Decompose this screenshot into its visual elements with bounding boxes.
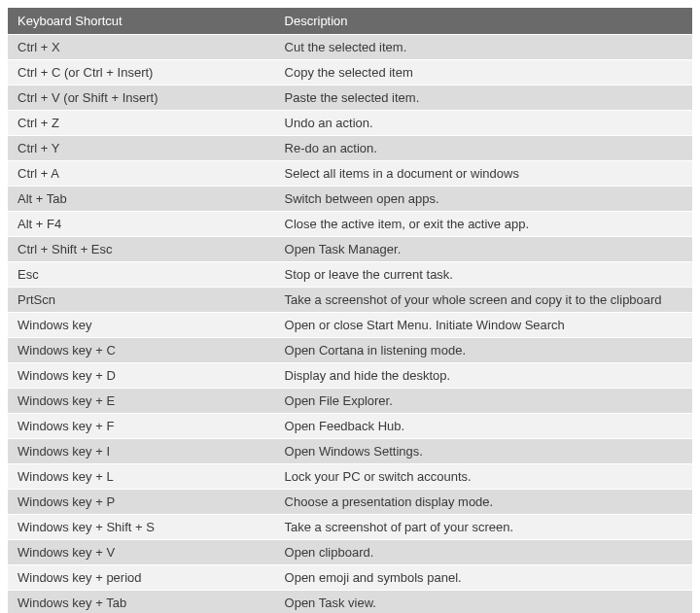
cell-shortcut: Esc (8, 262, 275, 288)
cell-shortcut: Ctrl + X (8, 35, 275, 60)
cell-shortcut: Windows key + V (8, 540, 275, 565)
cell-description: Take a screenshot of part of your screen… (275, 515, 692, 540)
cell-description: Open clipboard. (275, 540, 692, 565)
cell-shortcut: Windows key + E (8, 389, 275, 414)
cell-description: Open Windows Settings. (275, 439, 692, 464)
cell-description: Take a screenshot of your whole screen a… (275, 288, 692, 313)
cell-description: Open Feedback Hub. (275, 414, 692, 439)
table-row: Windows key + PChoose a presentation dis… (8, 490, 692, 515)
cell-shortcut: Alt + Tab (8, 187, 275, 212)
cell-description: Switch between open apps. (275, 187, 692, 212)
cell-description: Copy the selected item (275, 60, 692, 85)
cell-shortcut: Windows key + C (8, 338, 275, 363)
cell-description: Open File Explorer. (275, 389, 692, 414)
table-row: PrtScnTake a screenshot of your whole sc… (8, 288, 692, 313)
cell-description: Open Cortana in listening mode. (275, 338, 692, 363)
table-row: Windows key + DDisplay and hide the desk… (8, 363, 692, 389)
cell-description: Select all items in a document or window… (275, 161, 692, 187)
cell-shortcut: Windows key + P (8, 490, 275, 515)
table-row: Windows key + EOpen File Explorer. (8, 389, 692, 414)
cell-shortcut: Windows key + D (8, 363, 275, 389)
cell-description: Paste the selected item. (275, 85, 692, 111)
table-row: Windows key + LLock your PC or switch ac… (8, 464, 692, 490)
cell-description: Re-do an action. (275, 136, 692, 161)
cell-description: Close the active item, or exit the activ… (275, 212, 692, 237)
cell-shortcut: Ctrl + V (or Shift + Insert) (8, 85, 275, 111)
cell-description: Open or close Start Menu. Initiate Windo… (275, 313, 692, 338)
cell-shortcut: Windows key + Shift + S (8, 515, 275, 540)
cell-description: Open Task Manager. (275, 237, 692, 262)
table-row: Windows key + IOpen Windows Settings. (8, 439, 692, 464)
cell-shortcut: Windows key + Tab (8, 591, 275, 614)
table-row: Windows key + TabOpen Task view. (8, 591, 692, 614)
cell-shortcut: Ctrl + Z (8, 111, 275, 136)
cell-shortcut: Ctrl + Y (8, 136, 275, 161)
table-row: Ctrl + V (or Shift + Insert)Paste the se… (8, 85, 692, 111)
cell-description: Lock your PC or switch accounts. (275, 464, 692, 490)
table-row: Ctrl + Shift + EscOpen Task Manager. (8, 237, 692, 262)
table-row: Alt + TabSwitch between open apps. (8, 187, 692, 212)
cell-shortcut: Windows key (8, 313, 275, 338)
cell-description: Cut the selected item. (275, 35, 692, 60)
table-row: Windows key + FOpen Feedback Hub. (8, 414, 692, 439)
cell-shortcut: Ctrl + A (8, 161, 275, 187)
cell-description: Choose a presentation display mode. (275, 490, 692, 515)
table-row: Ctrl + ZUndo an action. (8, 111, 692, 136)
table-row: Windows key + COpen Cortana in listening… (8, 338, 692, 363)
cell-shortcut: Ctrl + C (or Ctrl + Insert) (8, 60, 275, 85)
cell-shortcut: PrtScn (8, 288, 275, 313)
table-row: Windows keyOpen or close Start Menu. Ini… (8, 313, 692, 338)
cell-description: Stop or leave the current task. (275, 262, 692, 288)
table-row: Windows key + VOpen clipboard. (8, 540, 692, 565)
table-row: EscStop or leave the current task. (8, 262, 692, 288)
header-shortcut: Keyboard Shortcut (8, 8, 275, 35)
table-row: Ctrl + YRe-do an action. (8, 136, 692, 161)
cell-shortcut: Windows key + L (8, 464, 275, 490)
cell-description: Undo an action. (275, 111, 692, 136)
table-row: Windows key + Shift + STake a screenshot… (8, 515, 692, 540)
cell-description: Open Task view. (275, 591, 692, 614)
table-row: Ctrl + C (or Ctrl + Insert)Copy the sele… (8, 60, 692, 85)
cell-description: Open emoji and symbols panel. (275, 565, 692, 591)
table-row: Alt + F4Close the active item, or exit t… (8, 212, 692, 237)
cell-shortcut: Windows key + I (8, 439, 275, 464)
table-row: Ctrl + ASelect all items in a document o… (8, 161, 692, 187)
cell-shortcut: Windows key + period (8, 565, 275, 591)
cell-shortcut: Alt + F4 (8, 212, 275, 237)
cell-description: Display and hide the desktop. (275, 363, 692, 389)
table-row: Windows key + periodOpen emoji and symbo… (8, 565, 692, 591)
cell-shortcut: Ctrl + Shift + Esc (8, 237, 275, 262)
table-header-row: Keyboard Shortcut Description (8, 8, 692, 35)
header-description: Description (275, 8, 692, 35)
keyboard-shortcuts-table: Keyboard Shortcut Description Ctrl + XCu… (8, 8, 692, 613)
table-row: Ctrl + XCut the selected item. (8, 35, 692, 60)
cell-shortcut: Windows key + F (8, 414, 275, 439)
